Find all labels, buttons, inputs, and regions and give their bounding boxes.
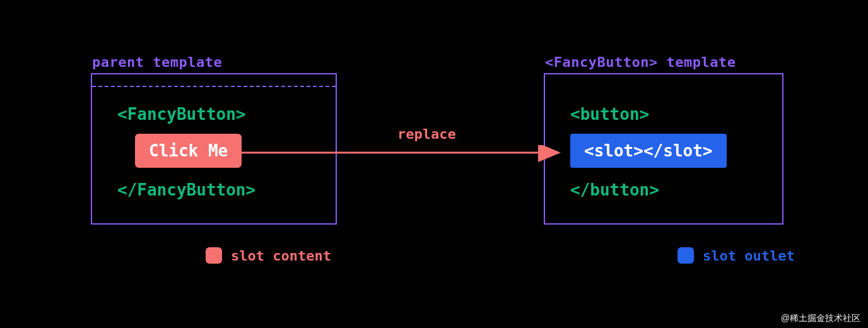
replace-arrow-label: replace: [397, 126, 456, 142]
legend-swatch-blue-icon: [677, 247, 694, 264]
legend-slot-content: slot content: [206, 247, 331, 264]
button-close-tag: </button>: [570, 180, 659, 199]
watermark-label: @稀土掘金技术社区: [777, 312, 864, 325]
parent-template-label: parent template: [92, 54, 222, 70]
fancybutton-template-label: <FancyButton> template: [545, 54, 736, 70]
diagram-stage: parent template <FancyButton> Click Me <…: [0, 0, 868, 328]
legend-swatch-red-icon: [206, 247, 222, 264]
legend-slot-outlet-label: slot outlet: [703, 248, 795, 264]
replace-arrow-icon: [232, 145, 566, 164]
slot-outlet-chip: <slot></slot>: [570, 134, 727, 168]
fancybutton-close-tag: </FancyButton>: [117, 180, 255, 199]
fancybutton-open-tag: <FancyButton>: [117, 105, 246, 124]
legend-slot-content-label: slot content: [231, 248, 331, 264]
button-open-tag: <button>: [570, 105, 649, 124]
legend-slot-outlet: slot outlet: [677, 247, 795, 264]
slot-content-chip: Click Me: [135, 134, 242, 168]
fancybutton-template-box: <button> <slot></slot> </button>: [544, 73, 783, 225]
